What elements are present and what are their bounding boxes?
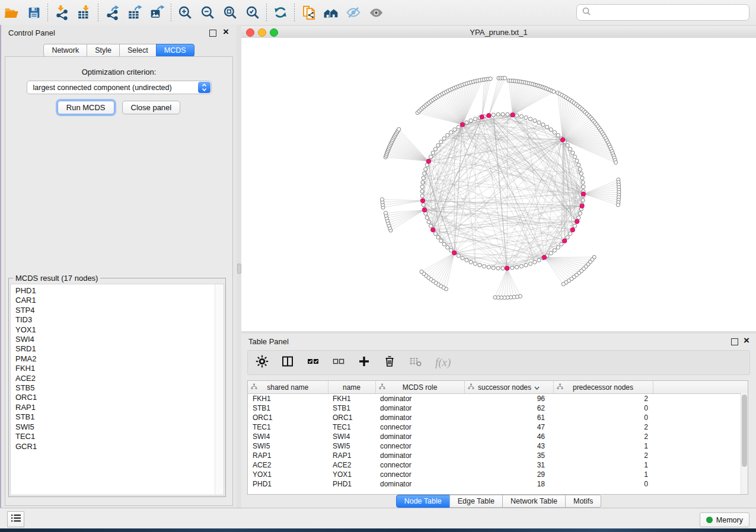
table-cell[interactable]: 35 xyxy=(464,451,553,460)
table-cell[interactable]: SWI5 xyxy=(248,441,328,451)
table-cell[interactable]: SWI4 xyxy=(248,432,328,441)
export-table-button[interactable] xyxy=(123,2,146,23)
search-field[interactable] xyxy=(576,4,749,21)
column-header-name[interactable]: name xyxy=(328,381,375,394)
graph-ring-node[interactable] xyxy=(439,239,443,243)
table-cell[interactable]: 1 xyxy=(553,460,653,470)
graph-ring-node[interactable] xyxy=(533,260,537,264)
run-mcds-button[interactable]: Run MCDS xyxy=(58,101,114,114)
graph-leaf-node[interactable] xyxy=(420,270,423,274)
graph-ring-node[interactable] xyxy=(421,181,425,184)
mcds-result-item[interactable]: TID3 xyxy=(11,315,215,325)
graph-ring-node[interactable] xyxy=(442,242,446,246)
graph-ring-node[interactable] xyxy=(436,143,440,147)
settings-button[interactable] xyxy=(256,355,269,370)
close-panel-button[interactable]: Close panel xyxy=(122,101,181,114)
graph-hub-node[interactable] xyxy=(422,208,426,212)
graph-ring-node[interactable] xyxy=(420,194,424,198)
table-cell[interactable]: ORC1 xyxy=(328,413,375,422)
table-cell[interactable]: 62 xyxy=(464,403,553,413)
table-cell[interactable]: 61 xyxy=(464,413,553,422)
criterion-dropdown[interactable]: largest connected component (undirected) xyxy=(27,81,212,94)
table-cell[interactable]: YOX1 xyxy=(248,470,328,479)
table-cell[interactable]: PHD1 xyxy=(248,479,328,489)
graph-ring-node[interactable] xyxy=(422,176,425,180)
table-cell[interactable]: connector xyxy=(375,460,464,470)
zoom-fit-button[interactable] xyxy=(219,2,241,23)
graph-ring-node[interactable] xyxy=(492,113,495,117)
graph-ring-node[interactable] xyxy=(436,236,440,239)
graph-ring-node[interactable] xyxy=(453,128,457,132)
float-panel-icon[interactable] xyxy=(209,30,216,37)
table-scrollbar[interactable] xyxy=(741,393,748,494)
graph-ring-node[interactable] xyxy=(457,254,460,258)
graph-ring-node[interactable] xyxy=(569,148,572,151)
graph-ring-node[interactable] xyxy=(487,265,490,269)
graph-ring-node[interactable] xyxy=(569,232,572,235)
graph-ring-node[interactable] xyxy=(465,121,468,124)
graph-leaf-node[interactable] xyxy=(552,90,556,94)
mcds-result-item[interactable]: CAR1 xyxy=(11,296,215,305)
table-row[interactable]: SWI5SWI5connector431 xyxy=(248,441,748,451)
search-input[interactable] xyxy=(595,6,749,19)
graph-ring-node[interactable] xyxy=(501,113,505,116)
zoom-selected-button[interactable] xyxy=(241,2,264,23)
show-columns-button[interactable] xyxy=(281,355,294,370)
table-cell[interactable]: dominator xyxy=(375,413,464,422)
table-row[interactable]: STB1STB1dominator620 xyxy=(248,403,748,413)
graph-leaf-node[interactable] xyxy=(489,77,492,81)
graph-ring-node[interactable] xyxy=(566,236,569,239)
table-cell[interactable]: 47 xyxy=(464,422,553,432)
column-header-shared-name[interactable]: shared name xyxy=(248,381,328,394)
tab-network-table[interactable]: Network Table xyxy=(502,495,566,508)
table-row[interactable]: TEC1TEC1connector472 xyxy=(248,422,748,432)
table-cell[interactable]: STB1 xyxy=(328,403,375,413)
table-row[interactable]: RAP1RAP1dominator352 xyxy=(248,451,748,460)
clone-network-button[interactable] xyxy=(297,2,320,23)
graph-ring-node[interactable] xyxy=(483,264,486,268)
graph-ring-node[interactable] xyxy=(528,117,532,121)
graph-ring-node[interactable] xyxy=(424,168,428,171)
table-row[interactable]: PHD1PHD1dominator180 xyxy=(248,479,748,489)
graph-ring-node[interactable] xyxy=(553,130,556,134)
open-file-button[interactable] xyxy=(0,2,23,23)
graph-ring-node[interactable] xyxy=(566,143,569,147)
table-cell[interactable]: RAP1 xyxy=(248,451,328,460)
graph-ring-node[interactable] xyxy=(578,168,582,171)
first-neighbors-button[interactable] xyxy=(320,2,342,23)
graph-ring-node[interactable] xyxy=(446,133,449,137)
graph-ring-node[interactable] xyxy=(465,258,468,262)
mcds-result-listbox[interactable]: PHD1CAR1STP4TID3YOX1SWI4SRD1PMA2FKH1ACE2… xyxy=(10,284,224,495)
graph-ring-node[interactable] xyxy=(442,137,446,140)
graph-ring-node[interactable] xyxy=(549,128,553,132)
graph-ring-node[interactable] xyxy=(478,263,481,267)
graph-hub-node[interactable] xyxy=(460,123,464,127)
graph-ring-node[interactable] xyxy=(524,116,528,119)
table-cell[interactable]: FKH1 xyxy=(328,394,375,404)
graph-ring-node[interactable] xyxy=(506,113,509,116)
graph-hub-node[interactable] xyxy=(580,204,584,208)
show-all-button[interactable] xyxy=(365,2,387,23)
graph-leaf-node[interactable] xyxy=(493,296,497,299)
graph-ring-node[interactable] xyxy=(422,203,425,207)
table-cell[interactable]: 1 xyxy=(553,470,653,479)
table-cell[interactable]: ACE2 xyxy=(328,460,375,470)
table-cell[interactable]: TEC1 xyxy=(328,422,375,432)
graph-ring-node[interactable] xyxy=(578,211,582,215)
mcds-result-item[interactable]: GCR1 xyxy=(11,442,215,451)
table-cell[interactable]: SWI4 xyxy=(328,432,375,441)
graph-ring-node[interactable] xyxy=(515,265,519,269)
graph-ring-node[interactable] xyxy=(420,185,424,188)
graph-ring-node[interactable] xyxy=(553,249,556,252)
graph-ring-node[interactable] xyxy=(575,159,579,162)
network-graph[interactable] xyxy=(241,38,756,331)
graph-hub-node[interactable] xyxy=(581,192,585,196)
export-image-button[interactable] xyxy=(146,2,168,23)
table-cell[interactable]: 46 xyxy=(464,432,553,441)
graph-ring-node[interactable] xyxy=(515,114,519,117)
tab-edge-table[interactable]: Edge Table xyxy=(449,495,503,508)
mcds-result-item[interactable]: YOX1 xyxy=(11,325,215,335)
table-cell[interactable]: FKH1 xyxy=(248,394,328,404)
graph-ring-node[interactable] xyxy=(473,117,477,121)
graph-leaf-node[interactable] xyxy=(503,76,506,80)
